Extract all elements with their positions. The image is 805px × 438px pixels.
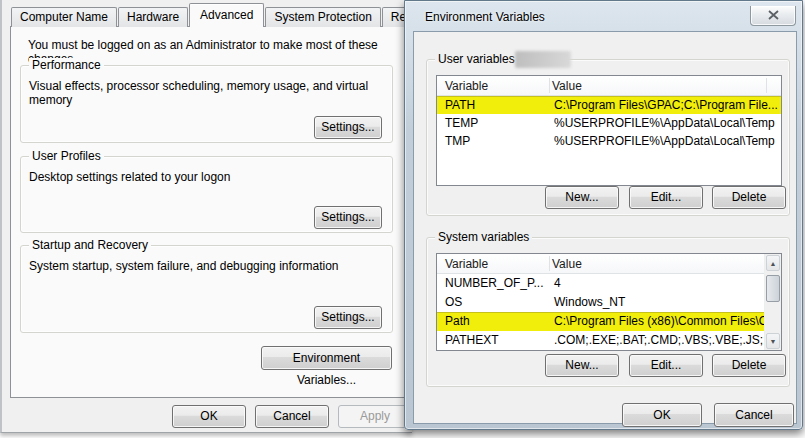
performance-group-title: Performance (29, 58, 104, 72)
performance-group: Performance Visual effects, processor sc… (20, 65, 393, 143)
user-profiles-group-title: User Profiles (29, 149, 104, 163)
startup-recovery-description: System startup, system failure, and debu… (29, 259, 384, 273)
startup-recovery-group: Startup and Recovery System startup, sys… (20, 245, 393, 333)
redacted-username (515, 51, 571, 68)
list-header: Variable Value (437, 76, 781, 96)
advanced-tab-page: You must be logged on as an Administrato… (10, 26, 408, 398)
close-icon (768, 9, 779, 23)
table-row-os[interactable]: OS Windows_NT (437, 293, 764, 312)
user-delete-button[interactable]: Delete (712, 186, 786, 209)
tab-strip: Computer Name Hardware Advanced System P… (11, 6, 443, 27)
close-button[interactable] (750, 6, 796, 26)
vertical-scrollbar[interactable]: ▲ ▼ (764, 254, 781, 350)
column-divider[interactable] (549, 78, 550, 93)
column-divider[interactable] (766, 78, 767, 93)
column-header-variable[interactable]: Variable (445, 254, 545, 274)
table-row-temp[interactable]: TEMP %USERPROFILE%\AppData\Local\Temp (437, 114, 781, 132)
column-divider[interactable] (549, 256, 550, 271)
startup-recovery-settings-button[interactable]: Settings... (314, 306, 382, 329)
table-row-path[interactable]: PATH C:\Program Files\GPAC;C:\Program Fi… (437, 96, 781, 114)
tab-hardware[interactable]: Hardware (118, 7, 188, 27)
system-properties-dialog: Computer Name Hardware Advanced System P… (0, 0, 412, 433)
system-variables-list: Variable Value NUMBER_OF_P... 4 OS W (436, 253, 782, 351)
dialog-client-area: User variables Variable Value PATH (413, 31, 797, 424)
startup-recovery-group-title: Startup and Recovery (29, 238, 151, 252)
table-row-tmp[interactable]: TMP %USERPROFILE%\AppData\Local\Temp (437, 132, 781, 150)
user-profiles-group: User Profiles Desktop settings related t… (20, 156, 393, 233)
system-delete-button[interactable]: Delete (712, 354, 786, 377)
column-header-value[interactable]: Value (552, 76, 781, 96)
list-header: Variable Value (437, 254, 764, 274)
apply-button: Apply (338, 405, 412, 428)
cancel-button[interactable]: Cancel (255, 405, 329, 428)
window-title[interactable]: Environment Variables (425, 10, 545, 24)
cancel-button[interactable]: Cancel (714, 403, 794, 427)
system-edit-button[interactable]: Edit... (629, 354, 703, 377)
performance-description: Visual effects, processor scheduling, me… (29, 79, 384, 107)
scroll-up-icon[interactable]: ▲ (766, 255, 780, 271)
performance-settings-button[interactable]: Settings... (314, 116, 382, 139)
ok-button[interactable]: OK (622, 403, 702, 427)
system-new-button[interactable]: New... (545, 354, 619, 377)
column-header-value[interactable]: Value (552, 254, 764, 274)
list-rows: PATH C:\Program Files\GPAC;C:\Program Fi… (437, 96, 781, 150)
user-new-button[interactable]: New... (545, 186, 619, 209)
user-variables-list: Variable Value PATH C:\Program Files\GPA… (436, 75, 782, 186)
list-rows: NUMBER_OF_P... 4 OS Windows_NT Path C:\P… (437, 274, 764, 350)
user-profiles-description: Desktop settings related to your logon (29, 170, 384, 184)
screen: Computer Name Hardware Advanced System P… (0, 0, 805, 438)
tab-system-protection[interactable]: System Protection (265, 7, 380, 27)
window-frame: Environment Variables User variables Var… (404, 0, 803, 430)
table-row-number-of-processors[interactable]: NUMBER_OF_P... 4 (437, 274, 764, 293)
tab-computer-name[interactable]: Computer Name (11, 7, 117, 27)
table-row-pathext[interactable]: PATHEXT .COM;.EXE;.BAT;.CMD;.VBS;.VBE;.J… (437, 331, 764, 350)
user-edit-button[interactable]: Edit... (629, 186, 703, 209)
column-header-variable[interactable]: Variable (445, 76, 545, 96)
environment-variables-dialog: Environment Variables User variables Var… (404, 0, 803, 438)
system-variables-label: System variables (435, 230, 532, 244)
scroll-down-icon[interactable]: ▼ (766, 333, 780, 349)
user-profiles-settings-button[interactable]: Settings... (314, 206, 382, 229)
user-variables-label: User variables (435, 52, 518, 66)
table-row-path[interactable]: Path C:\Program Files (x86)\Common Files… (437, 312, 764, 331)
environment-variables-button[interactable]: Environment Variables... (261, 346, 392, 370)
ok-button[interactable]: OK (172, 405, 246, 428)
tab-advanced[interactable]: Advanced (189, 3, 264, 27)
scrollbar-thumb[interactable] (766, 275, 780, 302)
